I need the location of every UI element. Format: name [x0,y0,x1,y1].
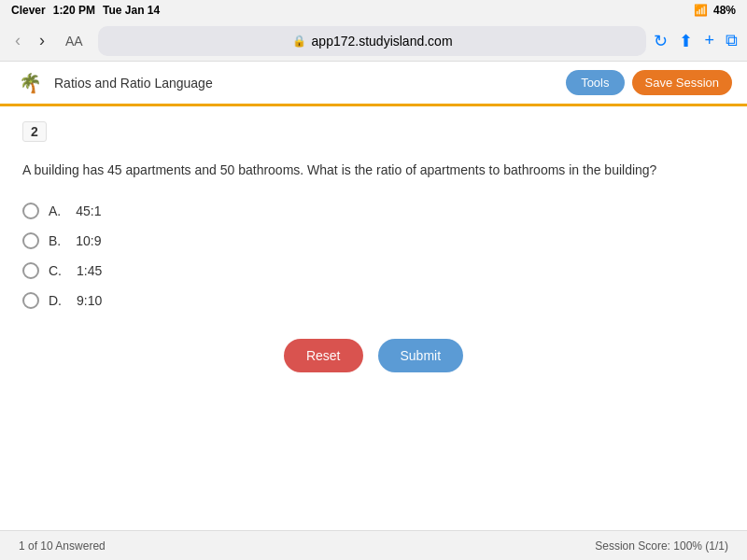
url-bar[interactable]: 🔒 app172.studyisland.com [98,26,647,56]
reader-button[interactable]: AA [58,32,91,50]
wifi-icon: 📶 [694,4,708,17]
share-button[interactable]: ⬆ [679,31,693,51]
app-header-right: Tools Save Session [566,70,732,95]
radio-a[interactable] [22,203,39,219]
progress-label: 1 of 10 Answered [19,539,106,553]
url-text: app172.studyisland.com [312,34,453,49]
option-b[interactable]: B. 10:9 [22,232,725,249]
tabs-button[interactable]: ⧉ [726,31,738,50]
question-text: A building has 45 apartments and 50 bath… [22,161,725,180]
answer-options: A. 45:1 B. 10:9 C. 1:45 D. 9:10 [22,203,725,309]
radio-c[interactable] [22,262,39,279]
time-label: 1:20 PM [53,4,95,17]
logo-emoji: 🌴 [19,72,42,94]
reload-button[interactable]: ↻ [654,31,668,51]
tools-button[interactable]: Tools [566,70,624,95]
submit-button[interactable]: Submit [378,339,464,372]
app-name-label: Clever [11,4,46,17]
add-tab-button[interactable]: + [704,31,714,50]
status-right: 📶 48% [694,4,736,17]
label-d: D. [49,293,62,308]
option-d[interactable]: D. 9:10 [22,292,725,309]
status-left: Clever 1:20 PM Tue Jan 14 [11,4,160,17]
main-content: 2 A building has 45 apartments and 50 ba… [0,106,747,530]
battery-label: 48% [713,4,736,17]
app-logo: 🌴 [15,68,45,98]
back-button[interactable]: ‹ [9,29,26,52]
label-b: B. [49,233,61,248]
app-header: 🌴 Ratios and Ratio Language Tools Save S… [0,62,747,106]
forward-button[interactable]: › [34,29,50,52]
reset-button[interactable]: Reset [284,339,363,372]
radio-b[interactable] [22,232,39,249]
app-header-left: 🌴 Ratios and Ratio Language [15,68,213,98]
label-a: A. [49,203,61,218]
option-a[interactable]: A. 45:1 [22,203,725,219]
status-bar: Clever 1:20 PM Tue Jan 14 📶 48% [0,0,747,21]
footer: 1 of 10 Answered Session Score: 100% (1/… [0,530,747,560]
date-label: Tue Jan 14 [103,4,160,17]
lock-icon: 🔒 [292,35,306,48]
browser-bar: ‹ › AA 🔒 app172.studyisland.com ↻ ⬆ + ⧉ [0,21,747,62]
value-d: 9:10 [77,293,102,308]
browser-actions: ↻ ⬆ + ⧉ [654,31,738,51]
app-title: Ratios and Ratio Language [54,76,213,91]
buttons-row: Reset Submit [22,339,725,372]
question-number: 2 [22,121,47,142]
radio-d[interactable] [22,292,39,309]
value-c: 1:45 [77,263,102,278]
value-b: 10:9 [76,233,101,248]
save-session-button[interactable]: Save Session [632,70,733,95]
option-c[interactable]: C. 1:45 [22,262,725,279]
score-label: Session Score: 100% (1/1) [595,539,728,553]
value-a: 45:1 [76,203,101,218]
label-c: C. [49,263,62,278]
